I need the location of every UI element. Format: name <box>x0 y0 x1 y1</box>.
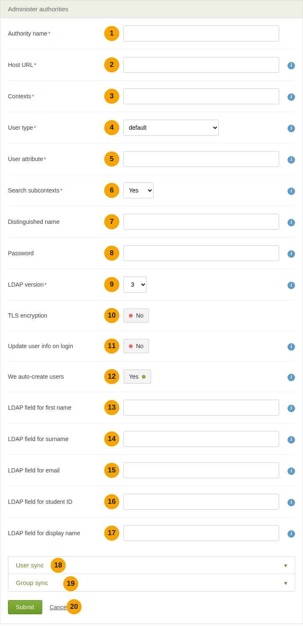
info-icon[interactable]: i <box>288 125 295 132</box>
label-surname: LDAP field for surname <box>8 436 104 442</box>
required-asterisk: * <box>44 282 46 288</box>
label-update-login: Update user info on login <box>8 343 104 349</box>
label-studentid: LDAP field for student ID <box>8 498 104 505</box>
surname-input[interactable] <box>123 431 279 447</box>
row-studentid: LDAP field for student ID 16 i <box>8 486 295 518</box>
info-icon[interactable]: i <box>288 436 295 444</box>
toggle-indicator-off-icon <box>129 314 133 318</box>
step-marker-18: 18 <box>51 558 66 573</box>
step-marker-6: 6 <box>104 183 119 198</box>
required-asterisk: * <box>60 187 62 194</box>
step-marker-3: 3 <box>104 89 119 104</box>
tls-toggle[interactable]: No <box>123 308 149 323</box>
label-authority-name: Authority name* <box>8 30 104 37</box>
accordion-label: User sync <box>16 562 44 569</box>
info-icon[interactable]: i <box>288 250 295 258</box>
cancel-link[interactable]: Cancel <box>50 604 68 611</box>
step-marker-2: 2 <box>104 57 119 72</box>
step-marker-14: 14 <box>104 431 119 446</box>
row-distinguished-name: Distinguished name 7 i <box>8 206 295 238</box>
authority-name-input[interactable] <box>123 26 279 41</box>
required-asterisk: * <box>34 62 36 68</box>
step-marker-8: 8 <box>104 246 119 261</box>
label-ldap-version: LDAP version* <box>8 281 104 288</box>
ldap-version-select[interactable]: 3 <box>123 277 147 292</box>
step-marker-4: 4 <box>104 120 119 135</box>
email-input[interactable] <box>123 462 279 478</box>
chevron-down-icon: ▾ <box>284 562 287 569</box>
search-subcontexts-select[interactable]: Yes <box>123 182 154 198</box>
info-icon[interactable]: i <box>288 530 295 538</box>
step-marker-20: 20 <box>67 599 82 614</box>
contexts-input[interactable] <box>123 88 279 104</box>
chevron-down-icon: ▾ <box>284 580 287 586</box>
submit-button[interactable]: Submit <box>8 600 42 614</box>
row-search-subcontexts: Search subcontexts* 6 Yes i <box>8 175 295 206</box>
label-displayname: LDAP field for display name <box>8 530 104 536</box>
row-user-type: User type* 4 default i <box>8 112 295 144</box>
label-firstname: LDAP field for first name <box>8 404 104 411</box>
firstname-input[interactable] <box>123 400 279 416</box>
row-surname: LDAP field for surname 14 i <box>8 423 295 455</box>
info-icon[interactable]: i <box>288 62 295 69</box>
row-host-url: Host URL* 2 i <box>8 49 295 81</box>
label-user-attribute: User attribute* <box>8 156 104 162</box>
step-marker-13: 13 <box>104 400 119 415</box>
info-icon[interactable]: i <box>288 282 295 289</box>
info-icon[interactable]: i <box>288 156 295 164</box>
label-search-subcontexts: Search subcontexts* <box>8 187 104 194</box>
step-marker-17: 17 <box>104 526 119 541</box>
row-displayname: LDAP field for display name 17 i <box>8 518 295 549</box>
step-marker-1: 1 <box>104 26 119 41</box>
info-icon[interactable]: i <box>288 93 295 101</box>
label-contexts: Contexts* <box>8 93 104 100</box>
password-input[interactable] <box>123 245 279 261</box>
row-ldap-version: LDAP version* 9 3 i <box>8 269 295 300</box>
label-password: Password <box>8 250 104 257</box>
admin-authorities-panel: Administer authorities Authority name* 1… <box>0 0 303 624</box>
info-icon[interactable]: i <box>288 187 295 195</box>
row-user-attribute: User attribute* 5 i <box>8 144 295 175</box>
label-host-url: Host URL* <box>8 62 104 68</box>
row-authority-name: Authority name* 1 <box>8 26 295 49</box>
studentid-input[interactable] <box>123 494 279 510</box>
form-actions: Submit Cancel 20 <box>8 600 295 614</box>
toggle-indicator-off-icon <box>129 344 133 348</box>
required-asterisk: * <box>48 31 50 37</box>
autocreate-toggle[interactable]: Yes <box>123 369 151 384</box>
label-user-type: User type* <box>8 124 104 131</box>
user-attribute-input[interactable] <box>123 151 279 167</box>
step-marker-16: 16 <box>104 494 119 509</box>
info-icon[interactable]: i <box>288 219 295 226</box>
row-autocreate: We auto-create users 12 Yes i <box>8 362 295 392</box>
row-firstname: LDAP field for first name 13 i <box>8 392 295 423</box>
step-marker-5: 5 <box>104 151 119 167</box>
info-icon[interactable]: i <box>288 499 295 506</box>
label-autocreate: We auto-create users <box>8 373 104 380</box>
required-asterisk: * <box>44 156 46 162</box>
panel-title: Administer authorities <box>0 0 303 18</box>
label-tls: TLS encryption <box>8 312 104 319</box>
required-asterisk: * <box>32 93 34 100</box>
step-marker-9: 9 <box>104 277 119 292</box>
row-password: Password 8 i <box>8 238 295 269</box>
toggle-label: No <box>136 312 144 319</box>
info-icon[interactable]: i <box>288 343 295 351</box>
toggle-label: No <box>136 343 144 349</box>
accordion-group-sync[interactable]: Group sync ▾ <box>8 574 295 591</box>
row-contexts: Contexts* 3 i <box>8 81 295 112</box>
step-marker-12: 12 <box>104 369 119 384</box>
info-icon[interactable]: i <box>288 467 295 475</box>
host-url-input[interactable] <box>123 57 279 73</box>
row-update-login: Update user info on login 11 No i <box>8 331 295 362</box>
update-login-toggle[interactable]: No <box>123 339 149 353</box>
user-type-select[interactable]: default <box>123 120 219 136</box>
info-icon[interactable]: i <box>288 405 295 412</box>
step-marker-15: 15 <box>104 463 119 478</box>
accordion-label: Group sync <box>16 579 48 586</box>
distinguished-name-input[interactable] <box>123 214 279 230</box>
info-icon[interactable]: i <box>288 374 295 381</box>
displayname-input[interactable] <box>123 525 279 541</box>
step-marker-10: 10 <box>104 308 119 323</box>
required-asterisk: * <box>34 125 36 131</box>
